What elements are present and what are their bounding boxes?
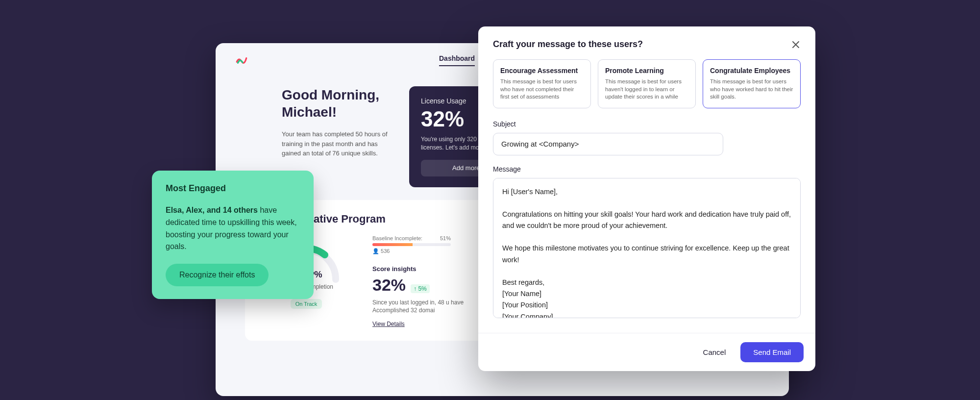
template-promote-learning[interactable]: Promote Learning This message is best fo… bbox=[598, 59, 696, 108]
template-desc: This message is best for users haven't l… bbox=[605, 78, 688, 101]
template-desc: This message is best for users who have … bbox=[710, 78, 793, 101]
logo-icon bbox=[235, 54, 248, 67]
template-options: Encourage Assessment This message is bes… bbox=[493, 59, 801, 108]
cancel-button[interactable]: Cancel bbox=[699, 342, 730, 362]
baseline-count: 536 bbox=[381, 248, 390, 254]
score-percent: 32% bbox=[372, 275, 406, 295]
modal-title: Craft your message to these users? bbox=[493, 39, 643, 50]
modal-footer: Cancel Send Email bbox=[478, 333, 815, 371]
score-delta-badge: 5% bbox=[411, 284, 430, 293]
greeting-subtext: Your team has completed 50 hours of trai… bbox=[282, 129, 394, 158]
craft-message-modal: Craft your message to these users? Encou… bbox=[478, 26, 815, 371]
toast-title: Most Engaged bbox=[166, 183, 300, 194]
completion-suffix: % bbox=[314, 270, 322, 279]
greeting-line1: Good Morning, bbox=[282, 87, 379, 102]
send-email-button[interactable]: Send Email bbox=[740, 342, 804, 362]
subject-label: Subject bbox=[493, 120, 801, 128]
close-icon[interactable] bbox=[791, 40, 801, 50]
message-label: Message bbox=[493, 165, 801, 173]
tab-dashboard[interactable]: Dashboard bbox=[439, 54, 475, 66]
baseline-progress-bar bbox=[372, 243, 451, 246]
template-title: Encourage Assessment bbox=[500, 67, 584, 75]
message-textarea[interactable] bbox=[493, 178, 801, 318]
template-congratulate-employees[interactable]: Congratulate Employees This message is b… bbox=[703, 59, 801, 108]
template-title: Congratulate Employees bbox=[710, 67, 793, 75]
baseline-label: Baseline Incomplete: bbox=[372, 235, 422, 241]
greeting-line2: Michael! bbox=[282, 104, 337, 120]
template-encourage-assessment[interactable]: Encourage Assessment This message is bes… bbox=[493, 59, 591, 108]
view-details-link[interactable]: View Details bbox=[372, 321, 405, 327]
toast-body: Elsa, Alex, and 14 others have dedicated… bbox=[166, 204, 300, 253]
recognize-button[interactable]: Recognize their effots bbox=[166, 264, 269, 286]
toast-bold-names: Elsa, Alex, and 14 others bbox=[166, 206, 258, 214]
user-icon: 👤 bbox=[372, 248, 379, 254]
template-title: Promote Learning bbox=[605, 67, 688, 75]
template-desc: This message is best for users who have … bbox=[500, 78, 584, 101]
subject-input[interactable] bbox=[493, 133, 723, 155]
on-track-badge: On Track bbox=[291, 299, 322, 309]
baseline-percent: 51% bbox=[440, 235, 451, 241]
most-engaged-toast: Most Engaged Elsa, Alex, and 14 others h… bbox=[152, 171, 314, 299]
